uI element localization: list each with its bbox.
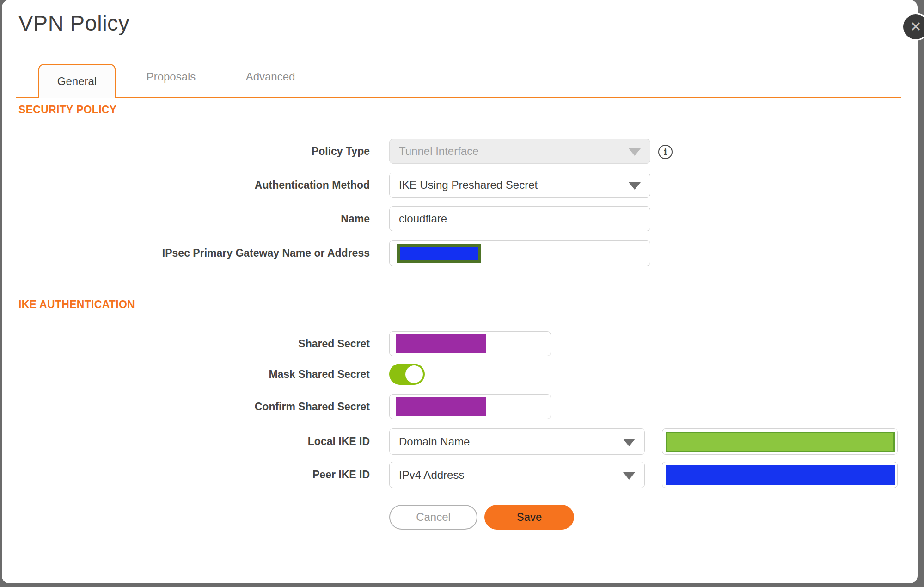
local-ike-id-select[interactable]: Domain Name	[389, 428, 645, 455]
shared-secret-input[interactable]	[389, 331, 551, 356]
local-ike-id-value-input[interactable]	[662, 428, 898, 455]
redacted-local-ike-id-value	[666, 432, 895, 452]
ipsec-gateway-input[interactable]	[389, 240, 650, 266]
peer-ike-id-type-value: IPv4 Address	[399, 469, 464, 482]
info-icon[interactable]: i	[658, 145, 673, 159]
peer-ike-id-label: Peer IKE ID	[18, 462, 370, 488]
confirm-shared-secret-input[interactable]	[389, 394, 551, 419]
toggle-thumb	[405, 365, 423, 383]
policy-type-value: Tunnel Interface	[399, 145, 479, 158]
name-label: Name	[18, 206, 370, 231]
mask-shared-secret-toggle[interactable]	[389, 364, 425, 385]
vpn-policy-dialog: VPN Policy General Proposals Advanced SE…	[2, 0, 918, 583]
close-icon: ✕	[910, 20, 921, 34]
policy-type-select[interactable]: Tunnel Interface	[389, 139, 650, 164]
chevron-down-icon	[629, 148, 641, 156]
peer-ike-id-select[interactable]: IPv4 Address	[389, 462, 645, 488]
chevron-down-icon	[623, 472, 635, 480]
chevron-down-icon	[623, 439, 635, 446]
tab-general-label: General	[57, 75, 97, 88]
policy-type-label: Policy Type	[18, 139, 370, 164]
redacted-shared-secret-value	[396, 334, 486, 353]
save-button[interactable]: Save	[484, 505, 574, 530]
ipsec-gateway-label: IPsec Primary Gateway Name or Address	[18, 240, 370, 266]
cancel-button[interactable]: Cancel	[389, 505, 477, 530]
authentication-method-value: IKE Using Preshared Secret	[399, 179, 538, 192]
peer-ike-id-value-input[interactable]	[662, 462, 898, 488]
tab-proposals-label: Proposals	[147, 70, 196, 83]
tab-advanced-label: Advanced	[246, 70, 295, 83]
confirm-shared-secret-label: Confirm Shared Secret	[18, 394, 370, 419]
authentication-method-select[interactable]: IKE Using Preshared Secret	[389, 173, 650, 198]
local-ike-id-label: Local IKE ID	[18, 428, 370, 455]
redacted-peer-ike-id-value	[666, 465, 895, 485]
name-input-value: cloudflare	[399, 212, 447, 225]
redacted-confirm-shared-secret-value	[396, 397, 486, 416]
tab-underline	[16, 97, 901, 98]
tab-advanced[interactable]: Advanced	[233, 70, 307, 83]
chevron-down-icon	[629, 182, 641, 190]
shared-secret-label: Shared Secret	[18, 331, 370, 356]
section-ike-authentication: IKE AUTHENTICATION	[18, 298, 135, 311]
redacted-gateway-value	[397, 244, 481, 263]
name-input[interactable]: cloudflare	[389, 206, 650, 231]
tab-general[interactable]: General	[38, 64, 116, 98]
tab-proposals[interactable]: Proposals	[134, 70, 208, 83]
mask-shared-secret-label: Mask Shared Secret	[18, 364, 370, 385]
page-title: VPN Policy	[18, 10, 129, 36]
section-security-policy: SECURITY POLICY	[18, 104, 116, 116]
authentication-method-label: Authentication Method	[18, 173, 370, 198]
local-ike-id-type-value: Domain Name	[399, 435, 470, 448]
